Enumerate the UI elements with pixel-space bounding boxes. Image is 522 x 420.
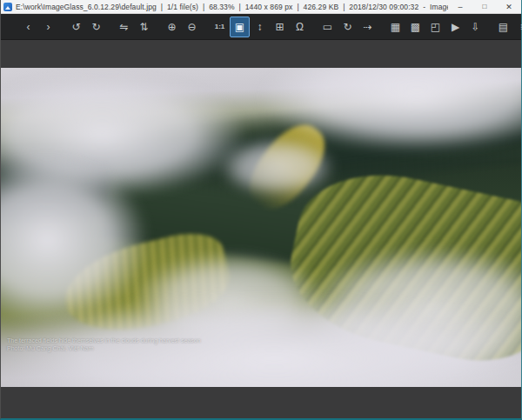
scale-to-height-button[interactable]: ↕ xyxy=(250,17,270,37)
refresh-button[interactable]: ↻ xyxy=(338,17,358,37)
print-button[interactable]: ▤ xyxy=(493,17,513,37)
cloud xyxy=(219,138,334,196)
photo-terraced-mountains[interactable]: The terraced fields hide themselves in t… xyxy=(1,68,521,387)
window-controls: – □ ✕ xyxy=(448,0,521,14)
titlebar: E:\work\ImageGlass_6.0.12.29\default.jpg… xyxy=(1,0,521,14)
fullscreen-button[interactable]: ◰ xyxy=(425,17,445,37)
caption-line-2: Photo: Mù Cang Chải, Việt Nam xyxy=(7,344,201,352)
minimize-button[interactable]: – xyxy=(448,0,472,14)
flip-horizontal-button[interactable]: ⇋ xyxy=(114,17,134,37)
photo-watermark-caption: The terraced fields hide themselves in t… xyxy=(7,337,201,352)
checkerboard-button[interactable]: ▩ xyxy=(405,17,425,37)
zoom-out-button[interactable]: ⊖ xyxy=(182,17,202,37)
imageglass-logo-icon xyxy=(3,3,12,11)
previous-image-button[interactable]: ‹ xyxy=(18,17,38,37)
open-file-button[interactable]: ▭ xyxy=(318,17,338,37)
maximize-button[interactable]: □ xyxy=(472,0,497,14)
window-fit-button[interactable]: ⊞ xyxy=(270,17,290,37)
slideshow-button[interactable]: ▶ xyxy=(445,17,465,37)
zoom-in-button[interactable]: ⊕ xyxy=(162,17,182,37)
flip-vertical-button[interactable]: ⇅ xyxy=(134,17,154,37)
convert-save-button[interactable]: ⇩ xyxy=(465,17,485,37)
close-button[interactable]: ✕ xyxy=(497,0,521,14)
zoom-lock-button[interactable]: Ω xyxy=(290,17,310,37)
rotate-right-button[interactable]: ↻ xyxy=(86,17,106,37)
window-title: E:\work\ImageGlass_6.0.12.29\default.jpg… xyxy=(16,3,448,11)
actual-size-button[interactable]: 1:1 xyxy=(210,17,230,37)
imageglass-window: E:\work\ImageGlass_6.0.12.29\default.jpg… xyxy=(0,0,522,420)
goto-image-button[interactable]: ⇢ xyxy=(358,17,378,37)
image-canvas[interactable]: The terraced fields hide themselves in t… xyxy=(1,40,521,418)
toolbar: ‹›↺↻⇋⇅⊕⊖1:1▣↕⊞Ω▭↻⇢▦▩◰▶⇩▤≡ xyxy=(1,14,521,40)
caption-line-1: The terraced fields hide themselves in t… xyxy=(7,337,201,344)
thumbnail-bar-button[interactable]: ▦ xyxy=(385,17,405,37)
next-image-button[interactable]: › xyxy=(38,17,58,37)
scale-to-width-button[interactable]: ▣ xyxy=(230,17,250,37)
rotate-left-button[interactable]: ↺ xyxy=(66,17,86,37)
main-menu-button[interactable]: ≡ xyxy=(513,17,522,37)
